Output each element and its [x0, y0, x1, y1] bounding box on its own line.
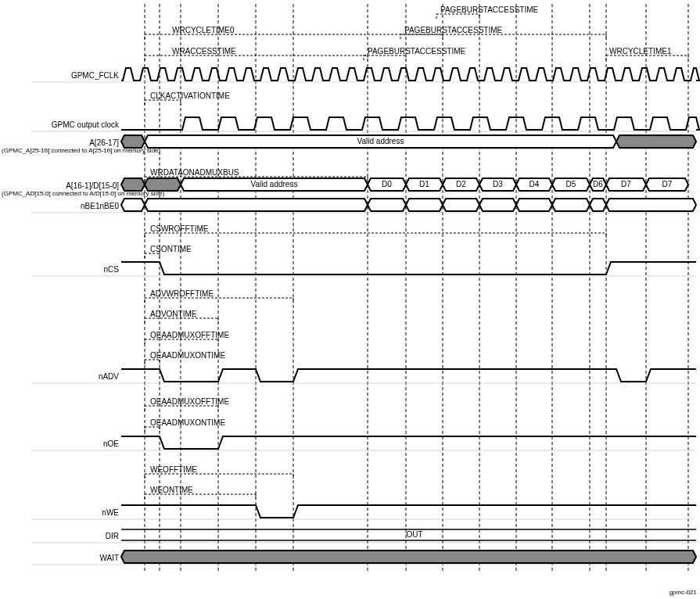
bus-value: Valid address — [184, 180, 364, 188]
bus-value: D4 — [519, 180, 549, 188]
svg-marker-97 — [516, 199, 552, 211]
signal-label: GPMC output clock — [52, 120, 119, 129]
svg-marker-109 — [121, 551, 696, 563]
timing-annotation: PAGEBURSTACCESSTIME — [404, 26, 502, 34]
svg-marker-92 — [145, 199, 368, 211]
timing-annotation: OEAADMUXOFFTIME — [150, 331, 229, 339]
dir-value: OUT — [391, 530, 438, 539]
timing-annotation: WRCYCLETIME1 — [609, 47, 671, 56]
signal-label: nCS — [104, 265, 119, 274]
timing-diagram: PAGEBURSTACCESSTIMEPAGEBURSTACCESSTIMEWR… — [0, 0, 700, 599]
timing-annotation: WRDATAONADMUXBUS — [150, 168, 239, 177]
signal-label: nOE — [103, 439, 119, 448]
svg-marker-79 — [145, 178, 181, 191]
timing-annotation: CSWROFFTIME — [150, 224, 208, 233]
svg-marker-96 — [479, 199, 516, 211]
signal-label: GPMC_FCLK — [71, 71, 119, 80]
svg-marker-91 — [121, 199, 145, 211]
timing-annotation: ADVWROFFTIME — [150, 289, 214, 298]
svg-marker-78 — [121, 178, 145, 191]
svg-marker-99 — [590, 199, 606, 211]
timing-annotation: PAGEBURSTACCESSTIME — [368, 47, 465, 56]
signal-label: A[16-1]/D[15-0] — [66, 181, 119, 190]
signal-sublabel: (GPMC_AD[15-0] connected to A/D[15-0] on… — [2, 190, 119, 197]
bus-value: D1 — [409, 180, 440, 188]
signal-label: A[26-17] — [89, 138, 119, 147]
timing-annotation: WRCYCLETIME0 — [172, 26, 234, 34]
svg-marker-76 — [616, 135, 696, 148]
signal-label: DIR — [106, 532, 119, 540]
timing-annotation: CSONTIME — [150, 245, 192, 253]
bus-value: D3 — [483, 180, 513, 188]
timing-annotation: OEAADMUXOFFTIME — [150, 397, 229, 406]
bus-value: D6 — [593, 180, 603, 188]
figure-id: gpmc-021 — [669, 589, 697, 596]
signal-label: nWE — [102, 508, 119, 517]
timing-annotation: WRACCESSTIME — [172, 47, 236, 56]
svg-marker-100 — [606, 199, 696, 211]
signal-label: WAIT — [99, 554, 119, 562]
svg-marker-95 — [443, 199, 479, 211]
bus-value: D7 — [609, 180, 643, 188]
timing-annotation: CLKACTIVATIONTIME — [150, 91, 230, 100]
bus-value: D2 — [446, 180, 476, 188]
timing-annotation: WEOFFTIME — [150, 465, 197, 474]
svg-marker-93 — [368, 199, 406, 211]
bus-value: D0 — [371, 180, 403, 188]
svg-marker-98 — [552, 199, 590, 211]
bus-value: D7 — [649, 180, 685, 188]
timing-annotation: ADVONTIME — [150, 310, 196, 318]
bus-value: Valid address — [148, 137, 613, 145]
timing-annotation: OEAADMUXONTIME — [150, 351, 225, 360]
signal-label: nBE1nBE0 — [81, 202, 119, 210]
timing-annotation: OEAADMUXONTIME — [150, 418, 225, 427]
svg-marker-94 — [406, 199, 443, 211]
bus-value: D5 — [555, 180, 587, 188]
timing-annotation: WEONTIME — [150, 486, 193, 494]
signal-label: nADV — [99, 372, 119, 381]
timing-annotation: PAGEBURSTACCESSTIME — [440, 5, 538, 14]
svg-marker-74 — [121, 135, 145, 148]
signal-sublabel: (GPMC_A[25-16] connected to A[25-16] on … — [2, 147, 119, 154]
